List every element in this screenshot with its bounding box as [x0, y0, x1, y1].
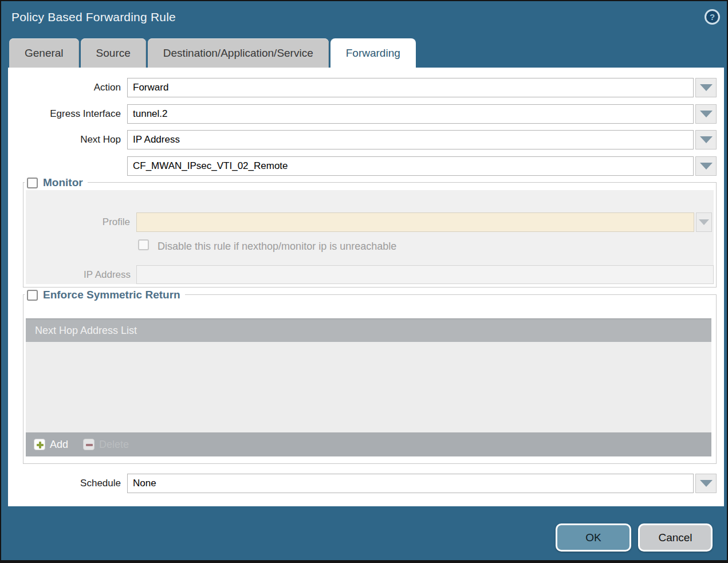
monitor-checkbox[interactable]: [27, 178, 38, 188]
add-button-label: Add: [50, 439, 68, 451]
chevron-down-icon: [700, 136, 713, 143]
symmetric-return-legend: Enforce Symmetric Return: [25, 289, 185, 301]
symmetric-return-title: Enforce Symmetric Return: [43, 289, 180, 301]
plus-icon: [34, 439, 45, 450]
tab-forwarding-label: Forwarding: [346, 47, 400, 60]
next-hop-address-dropdown-button[interactable]: [695, 156, 717, 176]
next-hop-address-list-toolbar: Add Delete: [26, 432, 711, 456]
monitor-profile-row: Profile: [26, 212, 714, 232]
monitor-ip-label: IP Address: [26, 265, 131, 284]
next-hop-label: Next Hop: [8, 130, 121, 149]
cancel-button[interactable]: Cancel: [638, 523, 713, 552]
egress-interface-label: Egress Interface: [8, 104, 121, 124]
action-row: Action Forward: [8, 78, 724, 97]
profile-label: Profile: [26, 212, 130, 232]
profile-select: [136, 212, 694, 232]
tab-source[interactable]: Source: [81, 38, 146, 68]
help-glyph: ?: [710, 12, 715, 22]
schedule-dropdown-button[interactable]: [695, 474, 717, 493]
ok-button-label: OK: [585, 531, 601, 544]
schedule-row: Schedule None: [8, 474, 724, 493]
next-hop-row: Next Hop IP Address: [8, 130, 724, 149]
symmetric-return-checkbox[interactable]: [27, 290, 38, 301]
chevron-down-icon: [699, 219, 709, 225]
add-button[interactable]: Add: [34, 439, 68, 451]
next-hop-address-list-header: Next Hop Address List: [26, 318, 711, 342]
next-hop-address-select[interactable]: CF_MWAN_IPsec_VTI_02_Remote: [127, 156, 694, 176]
disable-rule-label: Disable this rule if nexthop/monitor ip …: [158, 239, 396, 253]
schedule-select[interactable]: None: [127, 474, 694, 493]
disable-rule-checkbox: [138, 239, 149, 250]
tab-destination-label: Destination/Application/Service: [163, 47, 313, 60]
monitor-section: Monitor Profile Disable this rule if nex…: [23, 182, 717, 288]
next-hop-type-select[interactable]: IP Address: [127, 130, 694, 149]
action-select[interactable]: Forward: [127, 78, 694, 97]
dialog-title: Policy Based Forwarding Rule: [11, 10, 176, 24]
delete-button: Delete: [83, 439, 129, 451]
help-icon[interactable]: ?: [705, 9, 720, 25]
pbf-rule-dialog: Policy Based Forwarding Rule ? General S…: [0, 0, 728, 563]
tab-source-label: Source: [96, 47, 131, 60]
next-hop-address-list-body: [26, 342, 711, 432]
egress-interface-row: Egress Interface tunnel.2: [8, 104, 724, 124]
chevron-down-icon: [700, 111, 713, 117]
next-hop-address-list-table: Next Hop Address List Add Delete: [26, 318, 711, 456]
egress-interface-dropdown-button[interactable]: [695, 104, 717, 124]
monitor-legend: Monitor: [25, 176, 88, 189]
action-dropdown-button[interactable]: [695, 78, 717, 97]
tab-destination-application-service[interactable]: Destination/Application/Service: [148, 38, 329, 68]
ok-button[interactable]: OK: [556, 523, 631, 552]
chevron-down-icon: [700, 163, 713, 170]
next-hop-dropdown-button[interactable]: [695, 130, 717, 149]
next-hop-address-row: CF_MWAN_IPsec_VTI_02_Remote: [8, 156, 724, 176]
schedule-label: Schedule: [8, 474, 121, 493]
tab-forwarding[interactable]: Forwarding: [330, 38, 416, 68]
delete-button-label: Delete: [99, 439, 129, 451]
forwarding-tab-panel: Action Forward Egress Interface tunnel.2…: [8, 68, 724, 506]
monitor-ip-input: [136, 265, 714, 284]
action-label: Action: [8, 78, 121, 97]
tab-bar: General Source Destination/Application/S…: [9, 38, 416, 68]
monitor-panel: Profile Disable this rule if nexthop/mon…: [26, 190, 714, 284]
minus-icon: [83, 439, 95, 450]
tab-general[interactable]: General: [9, 38, 79, 68]
monitor-title: Monitor: [43, 176, 83, 189]
egress-interface-select[interactable]: tunnel.2: [127, 104, 694, 124]
symmetric-return-section: Enforce Symmetric Return Next Hop Addres…: [23, 294, 717, 464]
chevron-down-icon: [700, 480, 713, 487]
tab-general-label: General: [25, 47, 64, 60]
profile-dropdown-button: [696, 212, 712, 232]
chevron-down-icon: [700, 84, 713, 91]
cancel-button-label: Cancel: [658, 531, 692, 544]
